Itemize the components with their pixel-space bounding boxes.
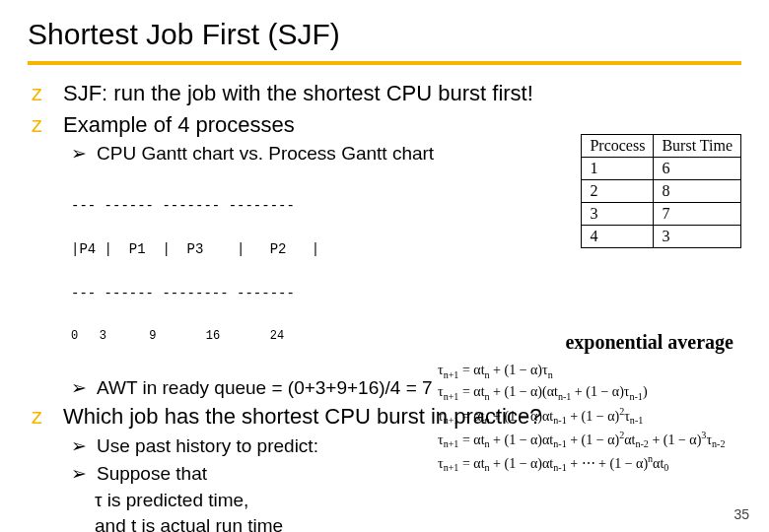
col-burst-time: Burst Time xyxy=(654,135,741,158)
tau-line: τn+1 = αtn + (1 − α)(αtn-1 + (1 − α)τn-1… xyxy=(438,382,741,404)
suppose-line1: τ is predicted time, xyxy=(95,488,741,513)
page-number: 35 xyxy=(734,506,749,522)
cell-process: 4 xyxy=(582,226,654,248)
tau-line: τn+1 = αtn + (1 − α)τn xyxy=(438,361,741,382)
subbullet-text: CPU Gantt chart vs. Process Gantt chart xyxy=(97,141,434,166)
table-row: 3 7 xyxy=(582,203,741,226)
exponential-average-label: exponential average xyxy=(565,331,734,354)
arrow-icon: ➢ xyxy=(71,141,87,166)
cell-burst: 3 xyxy=(654,226,741,248)
table-row: 4 3 xyxy=(582,226,741,248)
subbullet-text: Use past history to predict: xyxy=(97,433,318,459)
table-header-row: Prcocess Burst Time xyxy=(582,135,741,158)
gantt-border-bot: --- ------ -------- ------- xyxy=(71,287,741,301)
tau-line: τn+1 = αtn + (1 − α)αtn-1 + ⋯ + (1 − α)n… xyxy=(438,452,741,476)
col-process: Prcocess xyxy=(582,135,654,158)
tick-4: 24 xyxy=(270,329,284,343)
cell-burst: 8 xyxy=(654,180,741,203)
tau-expansion: τn+1 = αtn + (1 − α)τn τn+1 = αtn + (1 −… xyxy=(438,361,741,476)
arrow-icon: ➢ xyxy=(71,433,87,459)
tick-2: 9 xyxy=(149,329,156,343)
slide-title: Shortest Job First (SJF) xyxy=(28,18,741,51)
arrow-icon: ➢ xyxy=(71,375,87,401)
bullet-icon: z xyxy=(32,79,51,108)
tau-line: τn+1 = αtn + (1 − α)αtn-1 + (1 − α)2αtn-… xyxy=(438,429,741,452)
cell-process: 1 xyxy=(582,158,654,180)
cell-process: 3 xyxy=(582,203,654,226)
cell-process: 2 xyxy=(582,180,654,203)
subbullet-text: Suppose that xyxy=(97,461,207,487)
tick-0: 0 xyxy=(71,329,78,343)
bullet-text: SJF: run the job with the shortest CPU b… xyxy=(63,79,533,108)
bullet-sjf-def: z SJF: run the job with the shortest CPU… xyxy=(32,79,741,108)
bullet-icon: z xyxy=(32,402,51,432)
tick-1: 3 xyxy=(100,329,106,343)
arrow-icon: ➢ xyxy=(71,461,87,487)
tick-3: 16 xyxy=(206,329,220,343)
tau-line: τn+1 = αtn + (1 − α)αtn-1 + (1 − α)2τn-1 xyxy=(438,405,741,429)
table-row: 2 8 xyxy=(582,180,741,203)
subbullet-text: AWT in ready queue = (0+3+9+16)/4 = 7 xyxy=(97,375,433,401)
bullet-icon: z xyxy=(32,110,51,140)
table-row: 1 6 xyxy=(582,158,741,180)
burst-time-table: Prcocess Burst Time 1 6 2 8 3 7 4 3 xyxy=(581,134,741,248)
title-underline xyxy=(28,61,741,65)
suppose-line2: and t is actual run time xyxy=(95,513,741,532)
cell-burst: 7 xyxy=(654,203,741,226)
cell-burst: 6 xyxy=(654,158,741,180)
bullet-text: Example of 4 processes xyxy=(63,110,295,140)
slide: Shortest Job First (SJF) z SJF: run the … xyxy=(0,0,769,532)
